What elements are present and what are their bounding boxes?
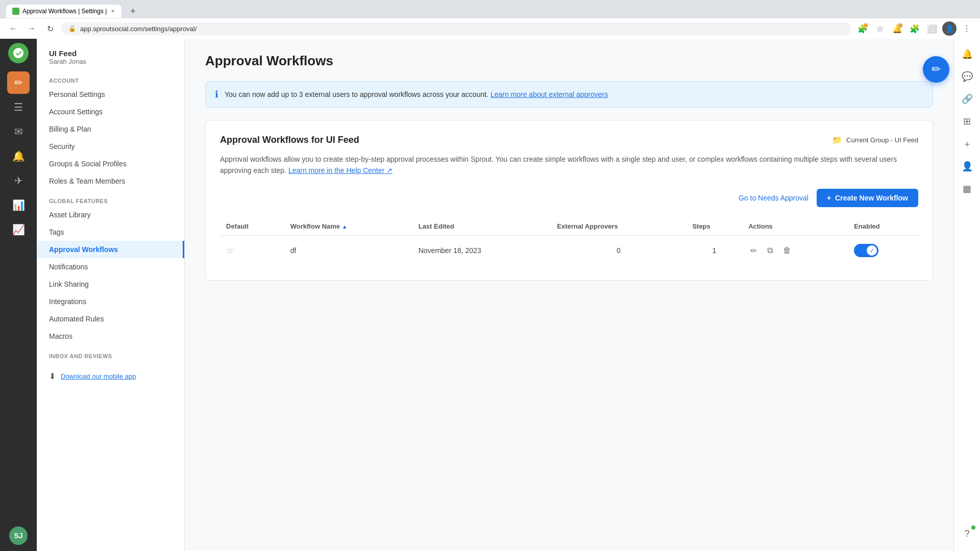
global-features-title: Global Features <box>37 194 184 206</box>
security-label: Security <box>49 142 75 151</box>
macros-label: Macros <box>49 332 72 340</box>
right-apps-button[interactable]: ⊞ <box>958 112 976 131</box>
help-center-link[interactable]: Learn more in the Help Center ↗ <box>288 166 393 174</box>
create-btn-label: Create New Workflow <box>835 194 908 202</box>
right-feedback-button[interactable]: 💬 <box>958 67 976 86</box>
sidebar-item-groups-social-profiles[interactable]: Groups & Social Profiles <box>37 155 184 172</box>
browser-titlebar: Approval Workflows | Settings | × + <box>0 0 980 18</box>
sort-asc-icon: ▲ <box>342 223 348 230</box>
browser-toolbar: ← → ↻ 🔒 app.sproutsocial.com/settings/ap… <box>0 18 980 39</box>
sidebar-item-tags[interactable]: Tags <box>37 223 184 241</box>
create-new-workflow-button[interactable]: + Create New Workflow <box>817 189 918 207</box>
go-to-needs-approval-link[interactable]: Go to Needs Approval <box>739 194 808 202</box>
duplicate-workflow-button[interactable]: ⧉ <box>765 244 775 257</box>
sidebar-item-asset-library[interactable]: Asset Library <box>37 206 184 223</box>
integrations-label: Integrations <box>49 297 86 306</box>
bookmark-star-icon[interactable]: ☆ <box>873 21 887 36</box>
split-view-icon[interactable]: ⬜ <box>925 21 939 36</box>
sidebar-item-macros[interactable]: Macros <box>37 328 184 345</box>
download-icon: ⬇ <box>49 371 56 381</box>
download-mobile-app[interactable]: ⬇ Download our mobile app <box>37 365 184 387</box>
sidebar-item-billing-plan[interactable]: Billing & Plan <box>37 120 184 138</box>
lock-icon: 🔒 <box>68 25 76 32</box>
sidebar-profile: UI Feed Sarah Jonas <box>37 45 184 73</box>
more-options-icon[interactable]: ⋮ <box>960 21 974 36</box>
col-external-approvers: External Approvers <box>551 217 686 236</box>
extensions-icon[interactable]: 🧩 <box>908 21 922 36</box>
sidebar-item-integrations[interactable]: Integrations <box>37 293 184 310</box>
sidebar-item-personal-settings[interactable]: Personal Settings <box>37 86 184 103</box>
inbox-reviews-section: Inbox and Reviews <box>37 349 184 365</box>
sidebar-item-account-settings[interactable]: Account Settings <box>37 103 184 120</box>
workflows-card-header: Approval Workflows for UI Feed 📁 Current… <box>220 135 918 145</box>
learn-more-external-approvers-link[interactable]: Learn more about external approvers <box>491 90 608 98</box>
page-title: Approval Workflows <box>205 53 933 69</box>
sidebar-item-security[interactable]: Security <box>37 138 184 155</box>
edit-workflow-button[interactable]: ✏ <box>748 244 759 258</box>
sidebar-item-feed[interactable]: ☰ <box>7 96 30 118</box>
right-add-button[interactable]: ＋ <box>958 135 976 153</box>
sidebar-item-compose[interactable]: ✏ <box>7 71 30 94</box>
sidebar-item-analytics[interactable]: 📊 <box>7 194 30 216</box>
tags-label: Tags <box>49 228 64 236</box>
current-group-label: Current Group - UI Feed <box>846 136 918 144</box>
sidebar-item-approval-workflows[interactable]: Approval Workflows <box>37 241 184 258</box>
col-default: Default <box>220 217 284 236</box>
workflows-table: Default Workflow Name ▲ Last Edited Exte… <box>220 217 918 266</box>
back-button[interactable]: ← <box>6 21 20 36</box>
new-tab-button[interactable]: + <box>126 4 140 18</box>
cell-default: ☆ <box>220 235 284 266</box>
sidebar-item-publish[interactable]: ✈ <box>7 169 30 192</box>
user-avatar[interactable]: SJ <box>9 527 28 545</box>
profile-avatar[interactable]: 👤 <box>942 21 957 36</box>
sidebar-item-reports[interactable]: 📈 <box>7 218 30 241</box>
actions-row: Go to Needs Approval + Create New Workfl… <box>220 189 918 207</box>
sidebar-item-notifications[interactable]: Notifications <box>37 258 184 276</box>
cell-enabled: ✓ <box>848 235 918 266</box>
download-app-link[interactable]: Download our mobile app <box>61 372 136 380</box>
cell-steps: 1 <box>686 235 742 266</box>
right-analytics-button[interactable]: ▦ <box>958 180 976 198</box>
compose-fab[interactable]: ✏ <box>923 56 949 83</box>
current-group: 📁 Current Group - UI Feed <box>832 135 918 145</box>
sidebar-profile-name: UI Feed <box>49 49 172 58</box>
right-help-button[interactable]: ? <box>958 524 976 543</box>
sidebar-item-roles-team-members[interactable]: Roles & Team Members <box>37 172 184 190</box>
right-link-button[interactable]: 🔗 <box>958 90 976 108</box>
col-workflow-name[interactable]: Workflow Name ▲ <box>284 217 412 236</box>
workflows-card: Approval Workflows for UI Feed 📁 Current… <box>205 120 933 281</box>
toggle-check-icon: ✓ <box>870 247 874 254</box>
right-notifications-button[interactable]: 🔔 <box>958 45 976 63</box>
col-last-edited: Last Edited <box>412 217 551 236</box>
info-banner-text: You can now add up to 3 external users t… <box>225 90 608 98</box>
url-text: app.sproutsocial.com/settings/approval/ <box>80 25 844 33</box>
account-section-title: Account <box>37 73 184 86</box>
reload-button[interactable]: ↻ <box>43 21 57 36</box>
default-star-button[interactable]: ☆ <box>226 245 234 256</box>
roles-team-members-label: Roles & Team Members <box>49 177 125 185</box>
extensions-notification-icon[interactable]: 🧩 <box>855 21 870 36</box>
delete-workflow-button[interactable]: 🗑 <box>781 244 793 257</box>
table-header: Default Workflow Name ▲ Last Edited Exte… <box>220 217 918 236</box>
sidebar-item-automated-rules[interactable]: Automated Rules <box>37 310 184 328</box>
app-container: ✏ ☰ ✉ 🔔 ✈ 📊 📈 SJ UI Feed Sarah Jonas Acc… <box>0 0 980 551</box>
approval-workflows-label: Approval Workflows <box>49 245 118 254</box>
tab-favicon <box>12 8 19 15</box>
workflows-description: Approval workflows allow you to create s… <box>220 154 918 177</box>
toggle-knob: ✓ <box>867 245 877 256</box>
address-bar[interactable]: 🔒 app.sproutsocial.com/settings/approval… <box>61 22 851 35</box>
inbox-reviews-title: Inbox and Reviews <box>37 349 184 361</box>
tab-close-button[interactable]: × <box>110 8 115 15</box>
sidebar-profile-sub: Sarah Jonas <box>49 58 172 65</box>
forward-button[interactable]: → <box>24 21 39 36</box>
enabled-toggle[interactable]: ✓ <box>854 244 878 257</box>
browser-tab[interactable]: Approval Workflows | Settings | × <box>6 5 121 18</box>
sprout-social-logo[interactable] <box>8 43 29 63</box>
right-user-settings-button[interactable]: 👤 <box>958 157 976 176</box>
sidebar-item-link-sharing[interactable]: Link Sharing <box>37 276 184 293</box>
sidebar-item-inbox[interactable]: ✉ <box>7 120 30 143</box>
notification-bell-icon[interactable]: 🔔 <box>890 21 904 36</box>
icon-sidebar: ✏ ☰ ✉ 🔔 ✈ 📊 📈 SJ <box>0 37 37 551</box>
sidebar-item-notifications[interactable]: 🔔 <box>7 145 30 167</box>
global-features-section: Global Features Asset Library Tags Appro… <box>37 194 184 349</box>
